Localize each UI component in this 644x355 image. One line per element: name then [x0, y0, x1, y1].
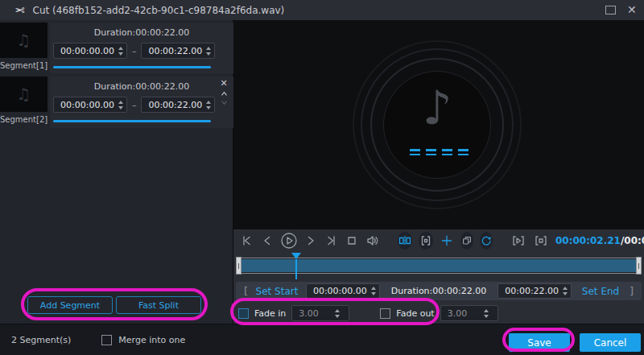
- reset-icon[interactable]: [480, 232, 493, 250]
- total-time: 00:00:22.00: [624, 235, 644, 246]
- move-down-icon[interactable]: [221, 99, 228, 106]
- segment-editor: Duration:00:00:22.00 00:00:00.00 – 00:00…: [50, 76, 233, 128]
- open-bracket: [: [244, 285, 248, 297]
- fade-in-spinbox[interactable]: 3.00: [291, 305, 349, 321]
- segment-item-1[interactable]: ♫ Segment[1] Duration:00:00:22.00 00:00:…: [0, 23, 233, 74]
- spinner-arrows[interactable]: [206, 101, 211, 109]
- window-title: Cut (468fb152-add2-42cb-90c1-c98784a2f6d…: [33, 5, 285, 16]
- preview-play-icon[interactable]: [510, 233, 526, 248]
- trim-duration: Duration:00:00:22.00: [386, 286, 491, 296]
- save-button[interactable]: Save: [509, 333, 570, 352]
- segment-start-spinbox[interactable]: 00:00:00.00: [53, 43, 127, 59]
- close-button[interactable]: ✕: [627, 2, 637, 17]
- spinner-arrows[interactable]: [371, 287, 376, 295]
- split-icon[interactable]: [398, 232, 412, 250]
- segment-duration: Duration:00:00:22.00: [50, 81, 233, 92]
- fade-in-checkbox[interactable]: [238, 308, 249, 319]
- scissors-icon: ✂: [14, 3, 25, 18]
- cut-dialog: ✂ Cut (468fb152-add2-42cb-90c1-c98784a2f…: [0, 0, 644, 355]
- range-dash: –: [132, 100, 137, 110]
- merge-checkbox[interactable]: [101, 335, 112, 345]
- spinner-arrows[interactable]: [118, 47, 123, 56]
- segment-end-spinbox[interactable]: 00:00:22.00: [141, 97, 215, 113]
- equalizer-dashes: [233, 149, 644, 155]
- play-icon[interactable]: [280, 232, 298, 250]
- current-time: 00:00:02.21: [555, 235, 621, 246]
- fade-out-checkbox[interactable]: [380, 308, 390, 319]
- fade-out-label: Fade out: [396, 308, 434, 319]
- trim-end-spinbox[interactable]: 00:00:22.00: [497, 283, 572, 299]
- fade-row: Fade in 3.00 Fade out 3.00: [238, 304, 498, 322]
- skip-start-icon[interactable]: [240, 233, 254, 248]
- trim-row: [ Set Start 00:00:00.00 Duration:00:00:2…: [236, 282, 642, 300]
- segment-end-spinbox[interactable]: 00:00:22.00: [141, 43, 215, 59]
- segment-start-spinbox[interactable]: 00:00:00.00: [53, 97, 127, 113]
- copy-icon[interactable]: [460, 232, 473, 250]
- segment-range-slider[interactable]: [53, 66, 211, 68]
- segment-item-2[interactable]: ♫ Segment[2] Duration:00:00:22.00 00:00:…: [0, 76, 233, 128]
- preview-stop-icon[interactable]: [533, 233, 549, 248]
- music-note-icon: ♪: [405, 80, 469, 135]
- skip-end-icon[interactable]: [324, 233, 338, 248]
- range-dash: –: [132, 46, 137, 56]
- spinner-arrows[interactable]: [563, 287, 568, 295]
- merge-label: Merge into one: [118, 335, 185, 345]
- fade-out-spinbox[interactable]: 3.00: [440, 305, 498, 321]
- volume-icon[interactable]: [365, 233, 380, 248]
- set-start-button[interactable]: Set Start: [254, 286, 299, 297]
- step-forward-icon[interactable]: [304, 233, 317, 248]
- maximize-button[interactable]: [605, 6, 616, 14]
- close-bracket: ]: [630, 285, 634, 297]
- music-notes-icon: ♫: [17, 31, 31, 50]
- stop-icon[interactable]: [345, 233, 359, 248]
- time-display: 00:00:02.21/00:00:22.00: [555, 235, 644, 246]
- segment-count: 2 Segment(s): [11, 335, 71, 345]
- playhead[interactable]: [291, 253, 301, 279]
- music-notes-icon: ♫: [17, 85, 31, 104]
- segments-panel: ♫ Segment[1] Duration:00:00:22.00 00:00:…: [0, 20, 233, 324]
- transport-bar: 00:00:02.21/00:00:22.00: [233, 229, 644, 251]
- trim-start-spinbox[interactable]: 00:00:00.00: [306, 283, 380, 299]
- cancel-button[interactable]: Cancel: [580, 333, 641, 352]
- move-up-icon[interactable]: [221, 90, 228, 97]
- spinner-arrows[interactable]: [118, 101, 123, 109]
- trim-handle-left[interactable]: [236, 257, 242, 275]
- set-end-button[interactable]: Set End: [578, 286, 623, 297]
- add-segment-button[interactable]: Add Segment: [27, 296, 113, 314]
- audio-preview: ♪: [233, 20, 644, 229]
- spinner-arrows[interactable]: [206, 47, 211, 56]
- spinner-arrows[interactable]: [335, 309, 340, 318]
- titlebar: ✂ Cut (468fb152-add2-42cb-90c1-c98784a2f…: [0, 0, 644, 20]
- segment-thumbnail[interactable]: ♫: [0, 76, 47, 112]
- add-icon[interactable]: [440, 233, 454, 248]
- segment-duration: Duration:00:00:22.00: [50, 27, 233, 38]
- segment-label: Segment[2]: [0, 115, 47, 124]
- frame-select-icon[interactable]: [419, 232, 433, 250]
- segment-thumbnail[interactable]: ♫: [0, 23, 47, 58]
- step-back-icon[interactable]: [261, 233, 274, 248]
- trim-handle-right[interactable]: [636, 257, 642, 275]
- timeline-track[interactable]: [237, 258, 640, 274]
- fade-in-label: Fade in: [254, 308, 286, 319]
- fast-split-button[interactable]: Fast Split: [116, 296, 201, 314]
- segment-label: Segment[1]: [0, 61, 47, 70]
- segment-range-slider[interactable]: [53, 120, 211, 122]
- remove-segment-icon[interactable]: ✕: [220, 78, 227, 89]
- spinner-arrows[interactable]: [484, 309, 489, 318]
- segment-editor: Duration:00:00:22.00 00:00:00.00 – 00:00…: [50, 23, 233, 74]
